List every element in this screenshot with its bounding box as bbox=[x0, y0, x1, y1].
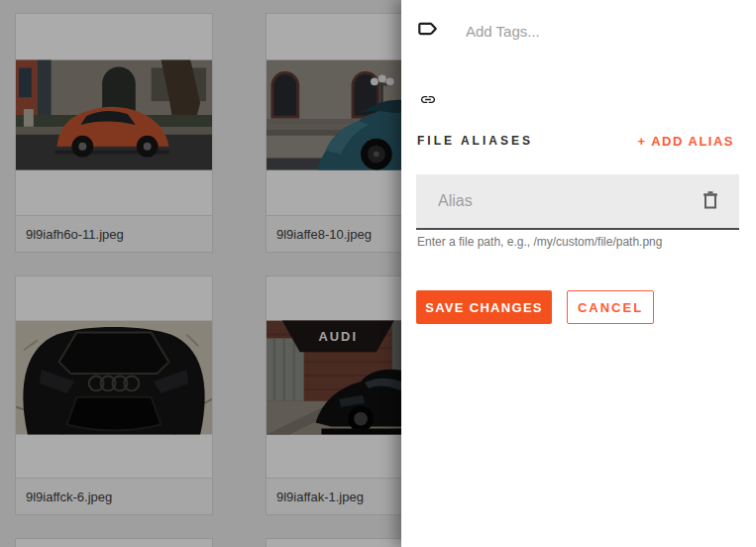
edit-file-panel: FILE ALIASES + ADD ALIAS Enter a file pa… bbox=[401, 0, 756, 547]
file-aliases-section-header: FILE ALIASES + ADD ALIAS bbox=[417, 131, 734, 151]
link-icon bbox=[417, 91, 439, 112]
delete-alias-button[interactable] bbox=[700, 190, 721, 212]
save-changes-button[interactable]: SAVE CHANGES bbox=[416, 290, 552, 324]
tag-icon bbox=[417, 18, 439, 44]
tags-field bbox=[417, 18, 740, 44]
trash-icon bbox=[701, 189, 720, 214]
file-aliases-label: FILE ALIASES bbox=[417, 134, 533, 148]
cancel-button[interactable]: CANCEL bbox=[567, 290, 654, 324]
alias-field bbox=[416, 174, 739, 230]
alias-helper-text: Enter a file path, e.g., /my/custom/file… bbox=[417, 235, 662, 249]
link-row bbox=[417, 91, 439, 112]
alias-input[interactable] bbox=[436, 191, 700, 211]
tags-input[interactable] bbox=[464, 22, 740, 41]
add-alias-button[interactable]: + ADD ALIAS bbox=[637, 134, 734, 149]
app-screen: 9l9iafh6o-11.jpeg bbox=[0, 0, 756, 547]
